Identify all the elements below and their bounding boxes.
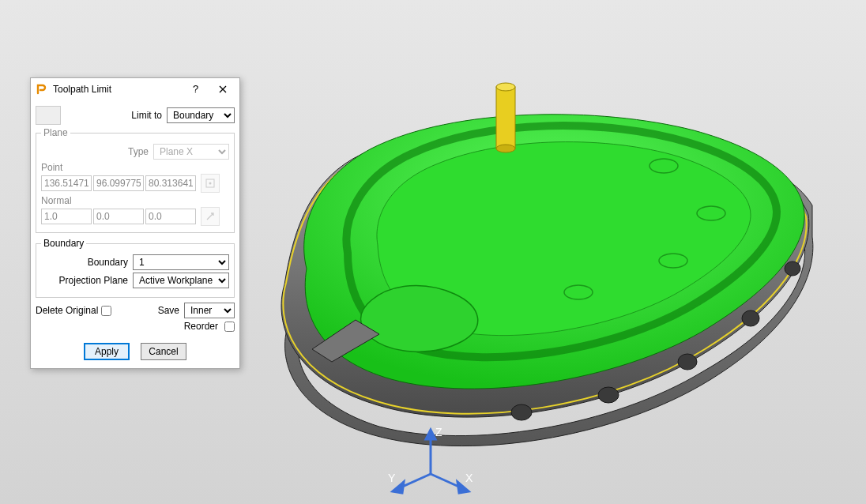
save-label: Save xyxy=(158,305,184,316)
svg-point-1 xyxy=(496,83,515,91)
delete-original-label: Delete Original xyxy=(36,305,98,316)
point-label: Point xyxy=(41,162,229,173)
delete-original-checkbox[interactable] xyxy=(101,306,111,316)
normal-label: Normal xyxy=(41,195,229,206)
side-hole xyxy=(598,387,619,403)
toolpath-limit-dialog: Toolpath Limit ? Limit to Boundary Plane… xyxy=(30,77,240,369)
pick-normal-icon xyxy=(201,207,220,226)
svg-text:?: ? xyxy=(193,84,198,95)
help-button[interactable]: ? xyxy=(183,81,209,98)
tool-cylinder xyxy=(496,83,515,152)
limit-to-select[interactable]: Boundary xyxy=(167,107,235,123)
close-button[interactable] xyxy=(209,81,236,98)
preview-thumbnail xyxy=(36,106,61,125)
plane-group: Plane Type Plane X Point Normal xyxy=(36,127,235,233)
pick-point-icon xyxy=(201,174,220,193)
side-hole xyxy=(742,310,759,326)
projection-plane-label: Projection Plane xyxy=(41,275,133,286)
boundary-select[interactable]: 1 xyxy=(133,254,229,270)
svg-rect-0 xyxy=(496,87,515,149)
side-hole xyxy=(678,354,697,370)
boundary-group: Boundary Boundary 1 Projection Plane Act… xyxy=(36,238,235,298)
point-y-input xyxy=(93,175,144,191)
reorder-checkbox[interactable] xyxy=(224,322,235,332)
svg-point-11 xyxy=(209,182,212,185)
save-select[interactable]: Inner xyxy=(184,303,235,318)
svg-point-2 xyxy=(496,145,515,152)
plane-legend: Plane xyxy=(41,127,70,138)
boundary-legend: Boundary xyxy=(41,238,86,249)
normal-x-input xyxy=(41,209,92,224)
normal-y-input xyxy=(93,209,144,224)
reorder-label: Reorder xyxy=(184,321,218,332)
app-icon xyxy=(36,83,48,96)
point-x-input xyxy=(41,175,92,191)
side-hole xyxy=(511,404,532,420)
dialog-titlebar[interactable]: Toolpath Limit ? xyxy=(31,78,239,100)
dialog-title: Toolpath Limit xyxy=(53,84,183,95)
plane-type-label: Type xyxy=(41,146,153,157)
point-z-input xyxy=(145,175,196,191)
plane-type-select: Plane X xyxy=(153,144,229,160)
normal-z-input xyxy=(145,209,196,224)
boundary-label: Boundary xyxy=(41,257,133,268)
cancel-button[interactable]: Cancel xyxy=(141,343,186,360)
side-hole xyxy=(785,261,800,276)
apply-button[interactable]: Apply xyxy=(84,343,130,360)
limit-to-label: Limit to xyxy=(61,110,167,121)
projection-plane-select[interactable]: Active Workplane xyxy=(133,273,229,288)
